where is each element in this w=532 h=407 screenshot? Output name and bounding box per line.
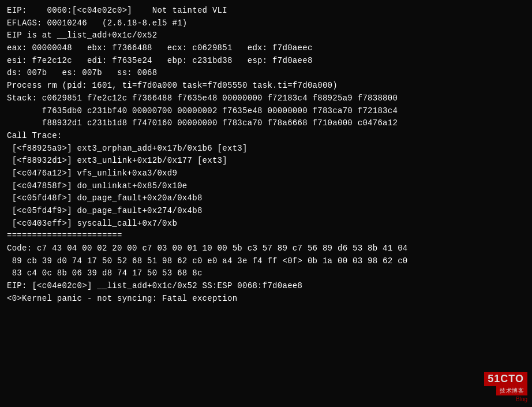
terminal-line: EFLAGS: 00010246 (2.6.18-8.el5 #1) <box>7 17 525 30</box>
terminal-line: EIP is at __list_add+0x1c/0x52 <box>7 29 525 42</box>
terminal-line: Call Trace: <box>7 130 525 143</box>
terminal-line: EIP: [<c04e02c0>] __list_add+0x1c/0x52 S… <box>7 280 525 293</box>
terminal-line: <0>Kernel panic - not syncing: Fatal exc… <box>7 293 525 305</box>
terminal-line: [<c0476a12>] vfs_unlink+0xa3/0xd9 <box>7 167 525 180</box>
terminal-line: Stack: c0629851 f7e2c12c f7366488 f7635e… <box>7 92 525 105</box>
terminal-line: esi: f7e2c12c edi: f7635e24 ebp: c231bd3… <box>7 55 525 68</box>
terminal-line: eax: 00000048 ebx: f7366488 ecx: c062985… <box>7 42 525 55</box>
watermark-sub1: 技术博客 <box>496 386 527 395</box>
terminal-line: f88932d1 c231b1d8 f7470160 00000000 f783… <box>7 117 525 130</box>
terminal-line: 83 c4 0c 8b 06 39 d8 74 17 50 53 68 8c <box>7 267 525 280</box>
terminal-line: [<c0403eff>] syscall_call+0x7/0xb <box>7 218 525 230</box>
terminal-line: f7635db0 c231bf40 00000700 00000002 f763… <box>7 105 525 118</box>
terminal-line: [<c047858f>] do_unlinkat+0x85/0x10e <box>7 180 525 193</box>
terminal-line: [<c05fd48f>] do_page_fault+0x20a/0x4b8 <box>7 192 525 205</box>
terminal-line: [<f88925a9>] ext3_orphan_add+0x17b/0x1b6… <box>7 143 525 155</box>
terminal-line: ======================= <box>7 230 525 242</box>
terminal-line: Process rm (pid: 1601, ti=f7d0a000 task=… <box>7 80 525 92</box>
watermark-brand: 51CTO <box>484 372 527 386</box>
terminal-line: ds: 007b es: 007b ss: 0068 <box>7 67 525 80</box>
watermark: 51CTO 技术博客 Blog <box>484 372 527 402</box>
terminal-screen: EIP: 0060:[<c04e02c0>] Not tainted VLIEF… <box>0 0 532 407</box>
watermark-sub2: Blog <box>516 396 527 402</box>
terminal-line: [<f88932d1>] ext3_unlink+0x12b/0x177 [ex… <box>7 155 525 167</box>
terminal-line: 89 cb 39 d0 74 17 50 52 68 51 98 62 c0 e… <box>7 255 525 268</box>
terminal-line: EIP: 0060:[<c04e02c0>] Not tainted VLI <box>7 5 525 17</box>
terminal-line: Code: c7 43 04 00 02 20 00 c7 03 00 01 1… <box>7 242 525 255</box>
terminal-line: [<c05fd4f9>] do_page_fault+0x274/0x4b8 <box>7 205 525 218</box>
